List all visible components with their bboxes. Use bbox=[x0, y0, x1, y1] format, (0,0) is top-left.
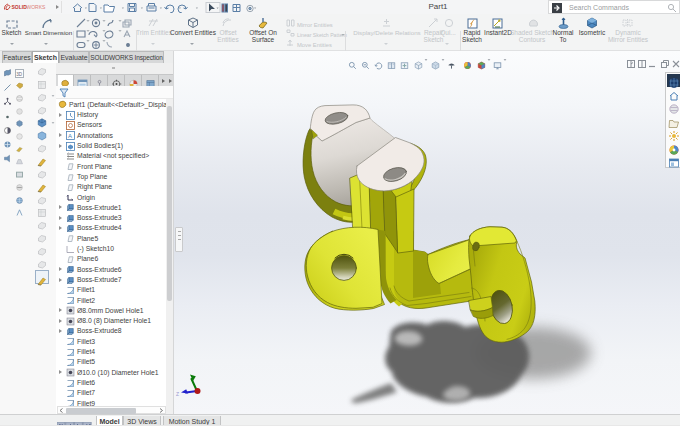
svg-text:WORKS: WORKS bbox=[27, 4, 47, 10]
svg-text:SOLID: SOLID bbox=[12, 4, 28, 10]
svg-text:Z: Z bbox=[176, 391, 179, 397]
svg-text:A: A bbox=[68, 133, 72, 139]
